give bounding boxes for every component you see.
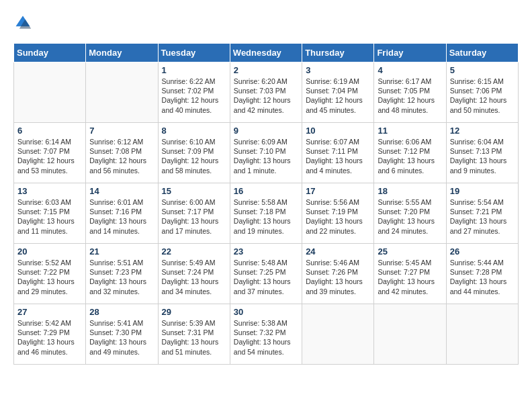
calendar-cell: 4Sunrise: 6:17 AM Sunset: 7:05 PM Daylig…	[374, 62, 446, 123]
calendar-cell	[14, 62, 86, 123]
day-info: Sunrise: 6:12 AM Sunset: 7:08 PM Dayligh…	[89, 137, 154, 175]
weekday-header-row: SundayMondayTuesdayWednesdayThursdayFrid…	[14, 44, 519, 62]
calendar-cell	[374, 304, 446, 365]
day-number: 6	[17, 126, 82, 136]
day-info: Sunrise: 5:38 AM Sunset: 7:32 PM Dayligh…	[234, 318, 298, 357]
day-info: Sunrise: 5:45 AM Sunset: 7:27 PM Dayligh…	[378, 258, 442, 296]
day-info: Sunrise: 6:10 AM Sunset: 7:09 PM Dayligh…	[162, 137, 226, 175]
calendar-cell: 22Sunrise: 5:49 AM Sunset: 7:24 PM Dayli…	[158, 244, 230, 304]
day-info: Sunrise: 5:51 AM Sunset: 7:23 PM Dayligh…	[89, 258, 154, 296]
calendar-cell: 11Sunrise: 6:06 AM Sunset: 7:12 PM Dayli…	[374, 123, 446, 183]
day-info: Sunrise: 6:17 AM Sunset: 7:05 PM Dayligh…	[378, 77, 442, 115]
day-number: 4	[378, 65, 442, 75]
day-info: Sunrise: 6:09 AM Sunset: 7:10 PM Dayligh…	[234, 137, 298, 175]
calendar-cell: 8Sunrise: 6:10 AM Sunset: 7:09 PM Daylig…	[158, 123, 230, 183]
day-number: 3	[306, 65, 370, 75]
weekday-header-sunday: Sunday	[14, 44, 86, 62]
calendar-cell: 5Sunrise: 6:15 AM Sunset: 7:06 PM Daylig…	[446, 62, 518, 123]
day-info: Sunrise: 6:07 AM Sunset: 7:11 PM Dayligh…	[306, 137, 370, 175]
weekday-header-monday: Monday	[86, 44, 158, 62]
calendar-cell: 19Sunrise: 5:54 AM Sunset: 7:21 PM Dayli…	[446, 183, 518, 244]
calendar-cell: 14Sunrise: 6:01 AM Sunset: 7:16 PM Dayli…	[86, 183, 158, 244]
day-info: Sunrise: 5:49 AM Sunset: 7:24 PM Dayligh…	[162, 258, 226, 296]
calendar-cell: 26Sunrise: 5:44 AM Sunset: 7:28 PM Dayli…	[446, 244, 518, 304]
day-number: 1	[162, 65, 226, 75]
calendar-cell: 23Sunrise: 5:48 AM Sunset: 7:25 PM Dayli…	[230, 244, 302, 304]
day-info: Sunrise: 5:54 AM Sunset: 7:21 PM Dayligh…	[450, 197, 515, 236]
day-info: Sunrise: 6:06 AM Sunset: 7:12 PM Dayligh…	[378, 137, 442, 175]
day-number: 11	[378, 126, 442, 136]
calendar-cell: 28Sunrise: 5:41 AM Sunset: 7:30 PM Dayli…	[86, 304, 158, 365]
calendar-cell: 30Sunrise: 5:38 AM Sunset: 7:32 PM Dayli…	[230, 304, 302, 365]
week-row-1: 6Sunrise: 6:14 AM Sunset: 7:07 PM Daylig…	[14, 123, 519, 183]
calendar-cell: 27Sunrise: 5:42 AM Sunset: 7:29 PM Dayli…	[14, 304, 86, 365]
calendar-cell: 12Sunrise: 6:04 AM Sunset: 7:13 PM Dayli…	[446, 123, 518, 183]
day-number: 12	[450, 126, 515, 136]
calendar-cell: 13Sunrise: 6:03 AM Sunset: 7:15 PM Dayli…	[14, 183, 86, 244]
day-info: Sunrise: 5:41 AM Sunset: 7:30 PM Dayligh…	[89, 318, 154, 357]
calendar-cell	[446, 304, 518, 365]
day-info: Sunrise: 6:03 AM Sunset: 7:15 PM Dayligh…	[17, 197, 82, 236]
day-info: Sunrise: 5:56 AM Sunset: 7:19 PM Dayligh…	[306, 197, 370, 236]
day-number: 25	[378, 246, 442, 257]
day-info: Sunrise: 5:55 AM Sunset: 7:20 PM Dayligh…	[378, 197, 442, 236]
day-number: 2	[234, 65, 298, 75]
day-number: 24	[306, 246, 370, 257]
day-number: 23	[234, 246, 298, 257]
day-number: 5	[450, 65, 515, 75]
calendar-cell: 25Sunrise: 5:45 AM Sunset: 7:27 PM Dayli…	[374, 244, 446, 304]
day-info: Sunrise: 6:19 AM Sunset: 7:04 PM Dayligh…	[306, 77, 370, 115]
week-row-3: 20Sunrise: 5:52 AM Sunset: 7:22 PM Dayli…	[14, 244, 519, 304]
day-info: Sunrise: 5:52 AM Sunset: 7:22 PM Dayligh…	[17, 258, 82, 296]
day-number: 17	[306, 186, 370, 196]
calendar-cell: 21Sunrise: 5:51 AM Sunset: 7:23 PM Dayli…	[86, 244, 158, 304]
calendar-cell	[86, 62, 158, 123]
day-info: Sunrise: 6:04 AM Sunset: 7:13 PM Dayligh…	[450, 137, 515, 175]
day-number: 20	[17, 246, 82, 257]
day-number: 15	[162, 186, 226, 196]
day-number: 13	[17, 186, 82, 196]
day-info: Sunrise: 5:39 AM Sunset: 7:31 PM Dayligh…	[162, 318, 226, 357]
day-info: Sunrise: 6:15 AM Sunset: 7:06 PM Dayligh…	[450, 77, 515, 115]
weekday-header-saturday: Saturday	[446, 44, 518, 62]
calendar-cell: 20Sunrise: 5:52 AM Sunset: 7:22 PM Dayli…	[14, 244, 86, 304]
calendar-table: SundayMondayTuesdayWednesdayThursdayFrid…	[13, 43, 519, 365]
calendar-cell: 29Sunrise: 5:39 AM Sunset: 7:31 PM Dayli…	[158, 304, 230, 365]
day-number: 29	[162, 307, 226, 317]
day-info: Sunrise: 6:20 AM Sunset: 7:03 PM Dayligh…	[234, 77, 298, 115]
day-number: 14	[89, 186, 154, 196]
logo	[13, 13, 35, 32]
weekday-header-thursday: Thursday	[302, 44, 374, 62]
day-number: 18	[378, 186, 442, 196]
calendar-cell: 15Sunrise: 6:00 AM Sunset: 7:17 PM Dayli…	[158, 183, 230, 244]
calendar-cell: 9Sunrise: 6:09 AM Sunset: 7:10 PM Daylig…	[230, 123, 302, 183]
calendar-cell: 10Sunrise: 6:07 AM Sunset: 7:11 PM Dayli…	[302, 123, 374, 183]
day-info: Sunrise: 5:58 AM Sunset: 7:18 PM Dayligh…	[234, 197, 298, 236]
day-info: Sunrise: 6:14 AM Sunset: 7:07 PM Dayligh…	[17, 137, 82, 175]
day-info: Sunrise: 6:00 AM Sunset: 7:17 PM Dayligh…	[162, 197, 226, 236]
weekday-header-tuesday: Tuesday	[158, 44, 230, 62]
day-number: 9	[234, 126, 298, 136]
calendar-cell	[302, 304, 374, 365]
logo-icon	[13, 13, 32, 32]
calendar-cell: 3Sunrise: 6:19 AM Sunset: 7:04 PM Daylig…	[302, 62, 374, 123]
day-number: 27	[17, 307, 82, 317]
day-number: 8	[162, 126, 226, 136]
day-number: 19	[450, 186, 515, 196]
calendar-cell: 18Sunrise: 5:55 AM Sunset: 7:20 PM Dayli…	[374, 183, 446, 244]
calendar-cell: 17Sunrise: 5:56 AM Sunset: 7:19 PM Dayli…	[302, 183, 374, 244]
calendar-cell: 7Sunrise: 6:12 AM Sunset: 7:08 PM Daylig…	[86, 123, 158, 183]
day-info: Sunrise: 5:44 AM Sunset: 7:28 PM Dayligh…	[450, 258, 515, 296]
day-number: 21	[89, 246, 154, 257]
calendar-cell: 6Sunrise: 6:14 AM Sunset: 7:07 PM Daylig…	[14, 123, 86, 183]
day-info: Sunrise: 6:01 AM Sunset: 7:16 PM Dayligh…	[89, 197, 154, 236]
day-number: 16	[234, 186, 298, 196]
weekday-header-wednesday: Wednesday	[230, 44, 302, 62]
week-row-0: 1Sunrise: 6:22 AM Sunset: 7:02 PM Daylig…	[14, 62, 519, 123]
calendar-cell: 2Sunrise: 6:20 AM Sunset: 7:03 PM Daylig…	[230, 62, 302, 123]
day-number: 26	[450, 246, 515, 257]
day-info: Sunrise: 6:22 AM Sunset: 7:02 PM Dayligh…	[162, 77, 226, 115]
day-number: 22	[162, 246, 226, 257]
calendar-cell: 16Sunrise: 5:58 AM Sunset: 7:18 PM Dayli…	[230, 183, 302, 244]
day-info: Sunrise: 5:46 AM Sunset: 7:26 PM Dayligh…	[306, 258, 370, 296]
